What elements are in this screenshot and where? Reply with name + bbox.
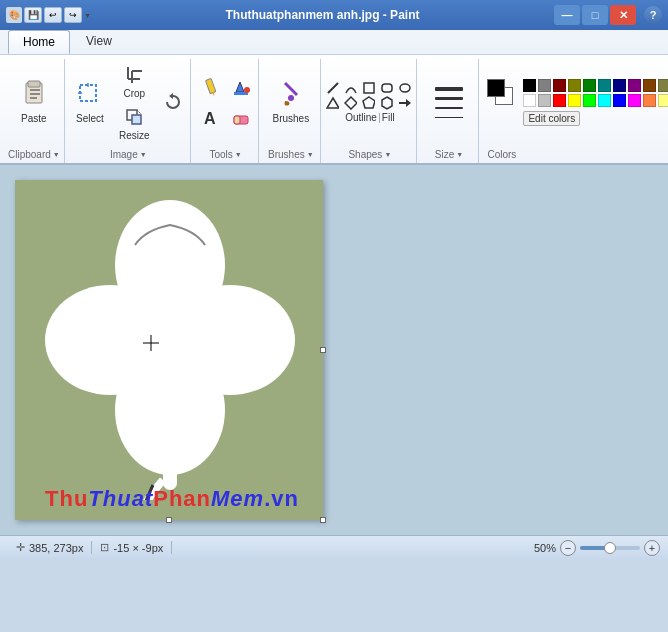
- shape-hexagon[interactable]: [380, 96, 393, 109]
- select-button[interactable]: Select: [68, 76, 112, 128]
- svg-rect-13: [132, 115, 141, 124]
- titlebar-app-icons: 🎨 💾 ↩ ↪ ▼: [6, 7, 91, 23]
- svg-marker-17: [212, 92, 215, 96]
- ribbon-group-size: Size ▼: [419, 59, 479, 163]
- clipboard-arrow[interactable]: ▼: [53, 151, 60, 158]
- eraser-button[interactable]: [227, 103, 255, 131]
- color-swatch[interactable]: [538, 94, 551, 107]
- svg-marker-15: [169, 93, 173, 99]
- image-arrow[interactable]: ▼: [140, 151, 147, 158]
- paint-canvas: ThuThuatPhanMem.vn: [15, 180, 323, 520]
- tab-home[interactable]: Home: [8, 30, 70, 54]
- brushes-icon: [275, 79, 307, 111]
- size-label: Size ▼: [435, 147, 463, 163]
- color-swatch[interactable]: [658, 94, 668, 107]
- quick-undo-btn[interactable]: ↩: [44, 7, 62, 23]
- paste-icon: [18, 79, 50, 111]
- shapes-buttons: Outline Fill: [326, 61, 414, 147]
- color-swatch[interactable]: [568, 79, 581, 92]
- shape-arrow[interactable]: [398, 96, 411, 109]
- brushes-main-button[interactable]: Brushes: [266, 76, 315, 128]
- svg-marker-33: [399, 99, 411, 107]
- shape-pentagon[interactable]: [362, 96, 375, 109]
- tab-view[interactable]: View: [72, 30, 126, 54]
- svg-text:A: A: [204, 110, 216, 127]
- close-button[interactable]: ✕: [610, 5, 636, 25]
- image-buttons: Select Crop: [68, 61, 189, 147]
- color-swatch[interactable]: [613, 94, 626, 107]
- fill-label: Fill: [382, 112, 395, 123]
- crop-button[interactable]: Crop: [115, 61, 154, 101]
- color-swatch[interactable]: [628, 79, 641, 92]
- ribbon-group-brushes: Brushes Brushes ▼: [261, 59, 321, 163]
- shape-rect-rounded[interactable]: [380, 81, 393, 94]
- color1-box[interactable]: [487, 79, 505, 97]
- quick-save-btn[interactable]: 💾: [24, 7, 42, 23]
- color-swatch[interactable]: [643, 94, 656, 107]
- shape-rect[interactable]: [362, 81, 375, 94]
- zoom-level: 50%: [534, 542, 556, 554]
- image-label: Image ▼: [110, 147, 147, 163]
- canvas-resize-bottom[interactable]: [166, 517, 172, 523]
- ribbon-group-tools: A Tools ▼: [193, 59, 259, 163]
- edit-colors-button[interactable]: Edit colors: [523, 111, 580, 126]
- color-swatch[interactable]: [628, 94, 641, 107]
- ribbon: Home View Paste: [0, 30, 668, 165]
- color-swatch[interactable]: [643, 79, 656, 92]
- size-4[interactable]: [435, 117, 463, 118]
- quick-redo-btn[interactable]: ↪: [64, 7, 82, 23]
- fill-button[interactable]: [227, 73, 255, 101]
- image-container[interactable]: ThuThuatPhanMem.vn: [15, 180, 323, 520]
- color-swatch[interactable]: [598, 94, 611, 107]
- minimize-button[interactable]: —: [554, 5, 580, 25]
- svg-point-38: [125, 295, 215, 385]
- color-swatch[interactable]: [583, 94, 596, 107]
- shape-curve[interactable]: [344, 81, 357, 94]
- zoom-thumb[interactable]: [604, 542, 616, 554]
- shape-line[interactable]: [326, 81, 339, 94]
- color-swatch[interactable]: [538, 79, 551, 92]
- canvas-area[interactable]: ThuThuatPhanMem.vn: [0, 165, 668, 535]
- color-swatch[interactable]: [613, 79, 626, 92]
- zoom-out-button[interactable]: −: [560, 540, 576, 556]
- cursor-position: 385, 273px: [29, 542, 83, 554]
- svg-rect-1: [28, 81, 40, 87]
- color-swatch[interactable]: [523, 79, 536, 92]
- pencil-button[interactable]: [197, 73, 225, 101]
- size-arrow[interactable]: ▼: [456, 151, 463, 158]
- text-button[interactable]: A: [197, 103, 225, 131]
- shape-triangle[interactable]: [326, 96, 339, 109]
- brushes-arrow[interactable]: ▼: [307, 151, 314, 158]
- size-3[interactable]: [435, 107, 463, 109]
- tools-arrow[interactable]: ▼: [235, 151, 242, 158]
- brushes-buttons: Brushes: [266, 61, 315, 147]
- zoom-in-button[interactable]: +: [644, 540, 660, 556]
- qa-dropdown-arrow[interactable]: ▼: [84, 12, 91, 19]
- size-2[interactable]: [435, 97, 463, 100]
- resize-button[interactable]: Resize: [115, 103, 154, 143]
- paste-button[interactable]: Paste: [12, 76, 56, 128]
- canvas-resize-corner[interactable]: [320, 517, 326, 523]
- color-swatch[interactable]: [553, 79, 566, 92]
- color-swatch[interactable]: [523, 94, 536, 107]
- color-swatch[interactable]: [553, 94, 566, 107]
- window-controls: — □ ✕: [554, 5, 636, 25]
- maximize-button[interactable]: □: [582, 5, 608, 25]
- svg-rect-2: [30, 89, 40, 91]
- color-swatch[interactable]: [583, 79, 596, 92]
- shape-diamond[interactable]: [344, 96, 357, 109]
- color-swatch[interactable]: [658, 79, 668, 92]
- clover-image: [35, 190, 305, 500]
- color-swatch[interactable]: [598, 79, 611, 92]
- status-coords-section: ⊡ -15 × -9px: [92, 541, 172, 554]
- color-swatch[interactable]: [568, 94, 581, 107]
- help-button[interactable]: ?: [644, 6, 662, 24]
- resize-icon: [122, 105, 146, 129]
- shapes-arrow[interactable]: ▼: [384, 151, 391, 158]
- rotate-button[interactable]: [157, 88, 189, 116]
- svg-line-25: [328, 83, 338, 93]
- size-1[interactable]: [435, 87, 463, 91]
- zoom-slider[interactable]: [580, 546, 640, 550]
- canvas-resize-right[interactable]: [320, 347, 326, 353]
- shape-ellipse[interactable]: [398, 81, 411, 94]
